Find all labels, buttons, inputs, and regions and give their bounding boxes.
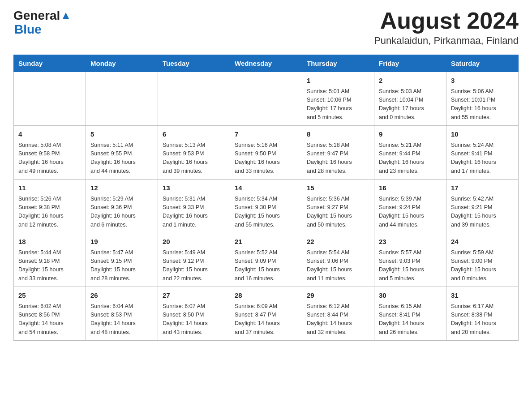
day-number: 11: [18, 183, 81, 193]
day-info: Sunrise: 5:57 AMSunset: 9:03 PMDaylight:…: [379, 248, 442, 283]
day-number: 5: [90, 129, 153, 140]
calendar-day-cell: 31Sunrise: 6:17 AMSunset: 8:38 PMDayligh…: [446, 287, 519, 341]
calendar-day-cell: 17Sunrise: 5:42 AMSunset: 9:21 PMDayligh…: [446, 180, 519, 233]
calendar-week-row: 25Sunrise: 6:02 AMSunset: 8:56 PMDayligh…: [14, 287, 519, 341]
logo-general-text: General: [13, 9, 60, 23]
day-info: Sunrise: 5:59 AMSunset: 9:00 PMDaylight:…: [451, 248, 514, 283]
calendar-day-cell: 26Sunrise: 6:04 AMSunset: 8:53 PMDayligh…: [86, 287, 158, 341]
day-info: Sunrise: 5:18 AMSunset: 9:47 PMDaylight:…: [307, 141, 369, 176]
day-info: Sunrise: 6:17 AMSunset: 8:38 PMDaylight:…: [451, 302, 514, 337]
day-info: Sunrise: 5:24 AMSunset: 9:41 PMDaylight:…: [451, 141, 514, 176]
day-info: Sunrise: 5:06 AMSunset: 10:01 PMDaylight…: [451, 87, 514, 122]
day-number: 17: [451, 183, 514, 193]
day-number: 4: [18, 129, 81, 140]
logo: General Blue: [13, 9, 71, 37]
day-of-week-header: Tuesday: [158, 55, 230, 72]
day-info: Sunrise: 5:39 AMSunset: 9:24 PMDaylight:…: [379, 195, 442, 230]
day-info: Sunrise: 6:04 AMSunset: 8:53 PMDaylight:…: [90, 302, 153, 337]
day-info: Sunrise: 5:11 AMSunset: 9:55 PMDaylight:…: [90, 141, 153, 176]
day-info: Sunrise: 5:16 AMSunset: 9:50 PMDaylight:…: [235, 141, 297, 176]
day-info: Sunrise: 6:15 AMSunset: 8:41 PMDaylight:…: [379, 302, 442, 337]
day-number: 19: [90, 237, 153, 247]
day-info: Sunrise: 6:07 AMSunset: 8:50 PMDaylight:…: [163, 302, 225, 337]
day-info: Sunrise: 5:31 AMSunset: 9:33 PMDaylight:…: [163, 195, 225, 230]
calendar-week-row: 11Sunrise: 5:26 AMSunset: 9:38 PMDayligh…: [14, 180, 519, 233]
day-info: Sunrise: 5:03 AMSunset: 10:04 PMDaylight…: [379, 87, 442, 122]
day-number: 6: [163, 129, 225, 140]
day-number: 21: [235, 237, 297, 247]
day-number: 13: [163, 183, 225, 193]
calendar-day-cell: 3Sunrise: 5:06 AMSunset: 10:01 PMDayligh…: [446, 72, 519, 126]
day-number: 8: [307, 129, 369, 140]
day-info: Sunrise: 5:29 AMSunset: 9:36 PMDaylight:…: [90, 195, 153, 230]
day-number: 16: [379, 183, 442, 193]
day-info: Sunrise: 5:49 AMSunset: 9:12 PMDaylight:…: [163, 248, 225, 283]
calendar-day-cell: 19Sunrise: 5:47 AMSunset: 9:15 PMDayligh…: [86, 233, 158, 287]
calendar-day-cell: 22Sunrise: 5:54 AMSunset: 9:06 PMDayligh…: [302, 233, 374, 287]
calendar-day-cell: 30Sunrise: 6:15 AMSunset: 8:41 PMDayligh…: [374, 287, 446, 341]
day-info: Sunrise: 6:02 AMSunset: 8:56 PMDaylight:…: [18, 302, 81, 337]
calendar-day-cell: 11Sunrise: 5:26 AMSunset: 9:38 PMDayligh…: [14, 180, 86, 233]
day-info: Sunrise: 5:47 AMSunset: 9:15 PMDaylight:…: [90, 248, 153, 283]
day-number: 30: [379, 291, 442, 301]
logo-blue-text: Blue: [13, 23, 71, 37]
day-info: Sunrise: 6:12 AMSunset: 8:44 PMDaylight:…: [307, 302, 369, 337]
day-of-week-header: Monday: [86, 55, 158, 72]
day-number: 12: [90, 183, 153, 193]
calendar-day-cell: 7Sunrise: 5:16 AMSunset: 9:50 PMDaylight…: [230, 126, 302, 180]
day-number: 31: [451, 291, 514, 301]
calendar-table: SundayMondayTuesdayWednesdayThursdayFrid…: [13, 55, 519, 341]
day-number: 18: [18, 237, 81, 247]
day-number: 23: [379, 237, 442, 247]
day-number: 3: [451, 76, 514, 86]
day-number: 15: [307, 183, 369, 193]
calendar-day-cell: 24Sunrise: 5:59 AMSunset: 9:00 PMDayligh…: [446, 233, 519, 287]
calendar-day-cell: [158, 72, 230, 126]
day-info: Sunrise: 5:54 AMSunset: 9:06 PMDaylight:…: [307, 248, 369, 283]
calendar-day-cell: 4Sunrise: 5:08 AMSunset: 9:58 PMDaylight…: [14, 126, 86, 180]
day-info: Sunrise: 5:44 AMSunset: 9:18 PMDaylight:…: [18, 248, 81, 283]
day-info: Sunrise: 6:09 AMSunset: 8:47 PMDaylight:…: [235, 302, 297, 337]
day-number: 22: [307, 237, 369, 247]
day-info: Sunrise: 5:01 AMSunset: 10:06 PMDaylight…: [307, 87, 369, 122]
calendar-day-cell: 10Sunrise: 5:24 AMSunset: 9:41 PMDayligh…: [446, 126, 519, 180]
day-number: 26: [90, 291, 153, 301]
calendar-day-cell: 21Sunrise: 5:52 AMSunset: 9:09 PMDayligh…: [230, 233, 302, 287]
calendar-week-row: 18Sunrise: 5:44 AMSunset: 9:18 PMDayligh…: [14, 233, 519, 287]
day-info: Sunrise: 5:52 AMSunset: 9:09 PMDaylight:…: [235, 248, 297, 283]
calendar-day-cell: 1Sunrise: 5:01 AMSunset: 10:06 PMDayligh…: [302, 72, 374, 126]
day-number: 25: [18, 291, 81, 301]
day-number: 20: [163, 237, 225, 247]
day-info: Sunrise: 5:08 AMSunset: 9:58 PMDaylight:…: [18, 141, 81, 176]
calendar-header-row: SundayMondayTuesdayWednesdayThursdayFrid…: [14, 55, 519, 72]
svg-marker-0: [63, 13, 69, 19]
calendar-day-cell: 8Sunrise: 5:18 AMSunset: 9:47 PMDaylight…: [302, 126, 374, 180]
day-of-week-header: Saturday: [446, 55, 519, 72]
calendar-day-cell: 27Sunrise: 6:07 AMSunset: 8:50 PMDayligh…: [158, 287, 230, 341]
calendar-day-cell: 20Sunrise: 5:49 AMSunset: 9:12 PMDayligh…: [158, 233, 230, 287]
calendar-day-cell: 14Sunrise: 5:34 AMSunset: 9:30 PMDayligh…: [230, 180, 302, 233]
day-of-week-header: Friday: [374, 55, 446, 72]
calendar-day-cell: 13Sunrise: 5:31 AMSunset: 9:33 PMDayligh…: [158, 180, 230, 233]
calendar-day-cell: 28Sunrise: 6:09 AMSunset: 8:47 PMDayligh…: [230, 287, 302, 341]
calendar-day-cell: [14, 72, 86, 126]
day-number: 2: [379, 76, 442, 86]
calendar-day-cell: 18Sunrise: 5:44 AMSunset: 9:18 PMDayligh…: [14, 233, 86, 287]
day-info: Sunrise: 5:21 AMSunset: 9:44 PMDaylight:…: [379, 141, 442, 176]
day-info: Sunrise: 5:26 AMSunset: 9:38 PMDaylight:…: [18, 195, 81, 230]
day-info: Sunrise: 5:36 AMSunset: 9:27 PMDaylight:…: [307, 195, 369, 230]
calendar-day-cell: [230, 72, 302, 126]
day-of-week-header: Thursday: [302, 55, 374, 72]
day-of-week-header: Wednesday: [230, 55, 302, 72]
day-info: Sunrise: 5:34 AMSunset: 9:30 PMDaylight:…: [235, 195, 297, 230]
day-number: 9: [379, 129, 442, 140]
calendar-day-cell: 25Sunrise: 6:02 AMSunset: 8:56 PMDayligh…: [14, 287, 86, 341]
day-of-week-header: Sunday: [14, 55, 86, 72]
calendar-week-row: 1Sunrise: 5:01 AMSunset: 10:06 PMDayligh…: [14, 72, 519, 126]
day-info: Sunrise: 5:13 AMSunset: 9:53 PMDaylight:…: [163, 141, 225, 176]
day-number: 24: [451, 237, 514, 247]
day-number: 28: [235, 291, 297, 301]
day-number: 14: [235, 183, 297, 193]
day-number: 29: [307, 291, 369, 301]
day-number: 1: [307, 76, 369, 86]
